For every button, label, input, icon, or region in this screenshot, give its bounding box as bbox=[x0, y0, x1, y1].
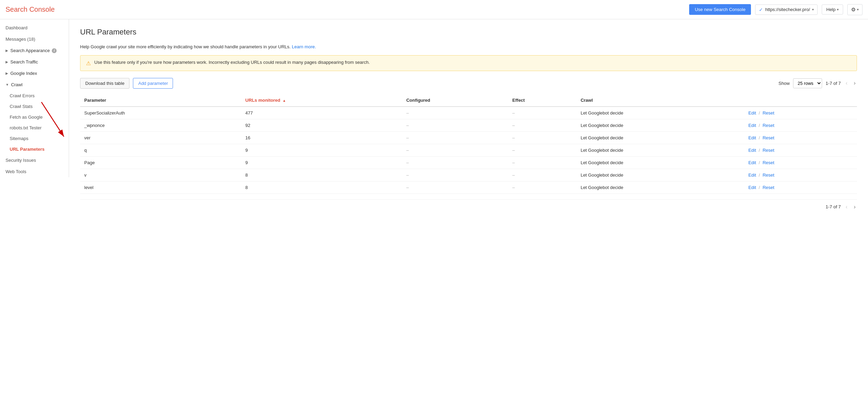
cell-effect: – bbox=[508, 144, 577, 156]
next-page-button[interactable]: › bbox=[852, 79, 857, 88]
column-header-effect: Effect bbox=[508, 94, 577, 107]
url-parameters-table: Parameter URLs monitored ▲ Configured Ef… bbox=[80, 94, 857, 194]
sidebar-item-google-index[interactable]: ▶ Google Index bbox=[0, 68, 69, 79]
edit-link[interactable]: Edit bbox=[748, 148, 756, 153]
table-row: level 8 – – Let Googlebot decide Edit / … bbox=[80, 181, 857, 193]
sidebar: Dashboard Messages (18) ▶ Search Appeara… bbox=[0, 19, 69, 177]
reset-link[interactable]: Reset bbox=[763, 172, 774, 178]
cell-actions: Edit / Reset bbox=[744, 169, 857, 181]
cell-urls-monitored: 477 bbox=[241, 107, 402, 119]
separator: / bbox=[759, 160, 761, 165]
sidebar-item-crawl-stats[interactable]: Crawl Stats bbox=[0, 101, 69, 112]
edit-link[interactable]: Edit bbox=[748, 160, 756, 165]
edit-link[interactable]: Edit bbox=[748, 135, 756, 140]
table-row: SuperSocializerAuth 477 – – Let Googlebo… bbox=[80, 107, 857, 119]
sidebar-item-robots-txt[interactable]: robots.txt Tester bbox=[0, 122, 69, 133]
page-description: Help Google crawl your site more efficie… bbox=[80, 43, 857, 50]
site-url: https://sitechecker.pro/ bbox=[765, 7, 810, 12]
edit-link[interactable]: Edit bbox=[748, 123, 756, 128]
bottom-pagination-info: 1-7 of 7 bbox=[826, 204, 841, 209]
reset-link[interactable]: Reset bbox=[763, 185, 774, 190]
arrow-right-icon: ▶ bbox=[6, 60, 8, 64]
reset-link[interactable]: Reset bbox=[763, 135, 774, 140]
download-table-button[interactable]: Download this table bbox=[80, 78, 129, 89]
edit-link[interactable]: Edit bbox=[748, 172, 756, 178]
table-row: ver 16 – – Let Googlebot decide Edit / R… bbox=[80, 131, 857, 144]
add-parameter-button[interactable]: Add parameter bbox=[133, 78, 173, 89]
reset-link[interactable]: Reset bbox=[763, 160, 774, 165]
new-console-button[interactable]: Use new Search Console bbox=[689, 4, 751, 15]
sidebar-item-messages[interactable]: Messages (18) bbox=[0, 33, 69, 45]
main-content: URL Parameters Help Google crawl your si… bbox=[69, 19, 868, 407]
cell-parameter: q bbox=[80, 144, 241, 156]
cell-urls-monitored: 9 bbox=[241, 144, 402, 156]
separator: / bbox=[759, 172, 761, 178]
sidebar-container: Dashboard Messages (18) ▶ Search Appeara… bbox=[0, 19, 69, 407]
edit-link[interactable]: Edit bbox=[748, 110, 756, 116]
cell-parameter: Page bbox=[80, 156, 241, 169]
pagination-info: 1-7 of 7 bbox=[826, 81, 841, 86]
cell-effect: – bbox=[508, 107, 577, 119]
sidebar-item-search-appearance[interactable]: ▶ Search Appearance i bbox=[0, 45, 69, 56]
column-header-crawl: Crawl bbox=[577, 94, 744, 107]
sidebar-item-security-issues[interactable]: Security Issues bbox=[0, 155, 69, 166]
cell-urls-monitored: 9 bbox=[241, 156, 402, 169]
cell-actions: Edit / Reset bbox=[744, 156, 857, 169]
app-logo: Search Console bbox=[6, 6, 689, 13]
chevron-down-icon: ▾ bbox=[857, 8, 859, 11]
cell-crawl: Let Googlebot decide bbox=[577, 119, 744, 131]
cell-parameter: ver bbox=[80, 131, 241, 144]
cell-actions: Edit / Reset bbox=[744, 144, 857, 156]
column-header-urls-monitored[interactable]: URLs monitored ▲ bbox=[241, 94, 402, 107]
cell-crawl: Let Googlebot decide bbox=[577, 169, 744, 181]
prev-page-button[interactable]: ‹ bbox=[844, 79, 849, 88]
sort-asc-icon: ▲ bbox=[282, 99, 286, 102]
site-selector[interactable]: ✓ https://sitechecker.pro/ ▾ bbox=[755, 4, 818, 15]
cell-crawl: Let Googlebot decide bbox=[577, 131, 744, 144]
sidebar-item-crawl[interactable]: ▼ Crawl bbox=[0, 79, 69, 90]
sidebar-item-search-traffic[interactable]: ▶ Search Traffic bbox=[0, 56, 69, 68]
cell-configured: – bbox=[402, 144, 508, 156]
table-row: _wpnonce 92 – – Let Googlebot decide Edi… bbox=[80, 119, 857, 131]
header-controls: Use new Search Console ✓ https://siteche… bbox=[689, 4, 862, 15]
cell-parameter: SuperSocializerAuth bbox=[80, 107, 241, 119]
sidebar-item-dashboard[interactable]: Dashboard bbox=[0, 22, 69, 33]
cell-actions: Edit / Reset bbox=[744, 119, 857, 131]
sidebar-item-crawl-errors[interactable]: Crawl Errors bbox=[0, 90, 69, 101]
rows-per-page-select[interactable]: 25 rows bbox=[793, 78, 822, 88]
bottom-prev-page-button[interactable]: ‹ bbox=[844, 202, 849, 211]
cell-actions: Edit / Reset bbox=[744, 107, 857, 119]
bottom-next-page-button[interactable]: › bbox=[852, 202, 857, 211]
reset-link[interactable]: Reset bbox=[763, 110, 774, 116]
table-row: q 9 – – Let Googlebot decide Edit / Rese… bbox=[80, 144, 857, 156]
learn-more-link[interactable]: Learn more. bbox=[292, 44, 316, 49]
reset-link[interactable]: Reset bbox=[763, 123, 774, 128]
cell-parameter: _wpnonce bbox=[80, 119, 241, 131]
cell-configured: – bbox=[402, 181, 508, 193]
sidebar-item-sitemaps[interactable]: Sitemaps bbox=[0, 133, 69, 144]
sidebar-item-fetch-as-google[interactable]: Fetch as Google bbox=[0, 112, 69, 122]
cell-configured: – bbox=[402, 156, 508, 169]
arrow-down-icon: ▼ bbox=[6, 83, 9, 87]
cell-crawl: Let Googlebot decide bbox=[577, 144, 744, 156]
cell-effect: – bbox=[508, 131, 577, 144]
sidebar-item-web-tools[interactable]: Web Tools bbox=[0, 166, 69, 177]
warning-banner: ⚠ Use this feature only if you're sure h… bbox=[80, 55, 857, 71]
cell-effect: – bbox=[508, 169, 577, 181]
separator: / bbox=[759, 148, 761, 153]
table-row: Page 9 – – Let Googlebot decide Edit / R… bbox=[80, 156, 857, 169]
checkmark-icon: ✓ bbox=[759, 7, 763, 12]
cell-configured: – bbox=[402, 119, 508, 131]
sidebar-item-url-parameters[interactable]: URL Parameters bbox=[0, 144, 69, 155]
edit-link[interactable]: Edit bbox=[748, 185, 756, 190]
chevron-down-icon: ▾ bbox=[837, 8, 839, 11]
arrow-right-icon: ▶ bbox=[6, 71, 8, 75]
settings-button[interactable]: ⚙ ▾ bbox=[847, 4, 862, 15]
cell-effect: – bbox=[508, 156, 577, 169]
help-button[interactable]: Help ▾ bbox=[822, 4, 843, 14]
reset-link[interactable]: Reset bbox=[763, 148, 774, 153]
cell-crawl: Let Googlebot decide bbox=[577, 107, 744, 119]
table-row: v 8 – – Let Googlebot decide Edit / Rese… bbox=[80, 169, 857, 181]
cell-crawl: Let Googlebot decide bbox=[577, 156, 744, 169]
separator: / bbox=[759, 110, 761, 116]
